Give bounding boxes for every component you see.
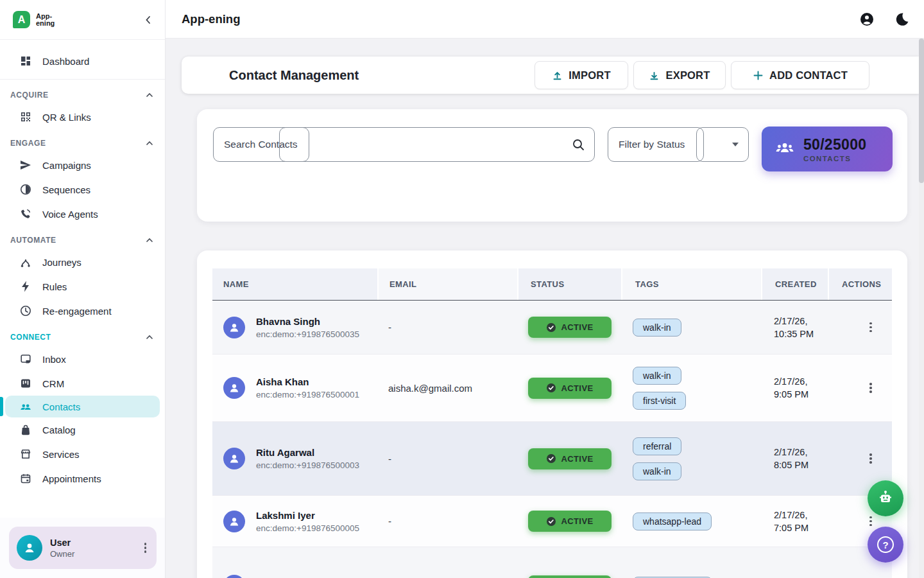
status-filter-select[interactable]: Filter by Status xyxy=(608,127,749,162)
sidebar-item-label: Rules xyxy=(42,281,67,292)
contact-email: - xyxy=(377,453,517,464)
row-actions-dots-icon[interactable] xyxy=(850,379,892,397)
contact-phone: enc:demo:+919876500005 xyxy=(256,523,359,533)
sidebar-item-rules[interactable]: Rules xyxy=(0,274,165,299)
user-avatar xyxy=(17,535,42,561)
sidebar-item-catalog[interactable]: Catalog xyxy=(0,417,165,442)
app-title: App-ening xyxy=(182,12,839,26)
column-header-email: EMAIL xyxy=(377,268,517,300)
sidebar-item-label: Contacts xyxy=(42,401,80,412)
avatar xyxy=(223,511,245,532)
lightning-icon xyxy=(19,280,32,293)
sidebar-item-qr-links[interactable]: QR & Links xyxy=(0,105,165,129)
tag-chip: walk-in xyxy=(633,462,681,480)
row-actions-dots-icon[interactable] xyxy=(850,450,892,468)
storefront-icon xyxy=(19,448,32,460)
scrollbar-thumb[interactable] xyxy=(919,39,924,183)
search-field[interactable] xyxy=(213,127,595,162)
search-input[interactable] xyxy=(213,127,595,162)
sidebar-item-inbox[interactable]: Inbox xyxy=(0,347,165,371)
sidebar-item-appointments[interactable]: Appointments xyxy=(0,466,165,491)
sidebar-item-re-engagement[interactable]: Re-engagement xyxy=(0,299,165,323)
download-icon xyxy=(649,70,660,81)
sidebar-item-label: Campaigns xyxy=(42,160,91,171)
status-badge[interactable]: ACTIVE xyxy=(528,378,612,399)
user-menu-dots-icon[interactable] xyxy=(141,539,151,557)
table-row: Jyoti Rawat ACTIVE campaign-lead 2/17/26… xyxy=(212,547,892,578)
dark-mode-moon-icon[interactable] xyxy=(894,12,909,26)
chevron-up-icon xyxy=(146,139,153,147)
export-button[interactable]: EXPORT xyxy=(633,61,726,89)
check-circle-icon xyxy=(546,453,556,464)
shopping-bag-icon xyxy=(19,423,32,436)
contact-count-caption: CONTACTS xyxy=(803,155,866,162)
status-badge[interactable]: ACTIVE xyxy=(528,511,612,532)
sidebar-item-dashboard[interactable]: Dashboard xyxy=(0,49,165,73)
qr-code-icon xyxy=(19,110,32,123)
table-row: Lakshmi Iyer enc:demo:+919876500005 - AC… xyxy=(212,496,892,547)
contacts-group-icon xyxy=(774,140,795,158)
send-icon xyxy=(19,159,32,171)
sidebar-item-crm[interactable]: CRM xyxy=(0,371,165,396)
tag-chip: first-visit xyxy=(633,392,686,410)
contact-count-badge: 50/25000 CONTACTS xyxy=(762,127,893,171)
add-contact-button[interactable]: ADD CONTACT xyxy=(731,61,869,89)
content: Contact Management IMPORT EXPORT ADD CON… xyxy=(166,39,924,578)
sidebar-item-label: Sequences xyxy=(42,184,90,195)
sidebar-item-journeys[interactable]: Journeys xyxy=(0,250,165,274)
sidebar-item-label: Inbox xyxy=(42,354,66,365)
avatar xyxy=(223,448,245,469)
contact-phone: enc:demo:+919876500001 xyxy=(256,390,359,399)
account-icon[interactable] xyxy=(860,12,874,26)
contact-name: Ritu Agarwal xyxy=(256,447,359,458)
column-header-actions: ACTIONS xyxy=(828,268,892,300)
sidebar-collapse-icon[interactable] xyxy=(143,15,153,25)
question-mark-icon: ? xyxy=(877,536,894,553)
table-row: Bhavna Singh enc:demo:+919876500035 - AC… xyxy=(212,301,892,355)
status-badge[interactable]: ACTIVE xyxy=(528,317,612,338)
route-icon xyxy=(19,256,32,268)
scrollbar-track[interactable] xyxy=(919,39,924,578)
sidebar-item-sequences[interactable]: Sequences xyxy=(0,177,165,202)
sidebar-item-services[interactable]: Services xyxy=(0,442,165,466)
contact-phone: enc:demo:+919876500003 xyxy=(256,460,359,470)
logo-row: A App-ening xyxy=(0,0,165,40)
contact-name: Lakshmi Iyer xyxy=(256,510,359,521)
sidebar-item-contacts[interactable]: Contacts xyxy=(5,396,160,417)
page-title: Contact Management xyxy=(229,68,359,83)
sidebar-item-campaigns[interactable]: Campaigns xyxy=(0,153,165,177)
contact-count-value: 50/25000 xyxy=(803,136,866,153)
phone-icon xyxy=(19,207,32,220)
calendar-icon xyxy=(19,472,32,485)
tag-chip: walk-in xyxy=(633,367,681,385)
section-automate[interactable]: AUTOMATE xyxy=(0,231,165,250)
section-engage[interactable]: ENGAGE xyxy=(0,134,165,153)
table-row: Aisha Khan enc:demo:+919876500001 aisha.… xyxy=(212,355,892,422)
user-role: Owner xyxy=(50,549,141,559)
sidebar-item-label: QR & Links xyxy=(42,112,91,123)
help-fab-button[interactable]: ? xyxy=(868,527,903,563)
contacts-people-icon xyxy=(19,400,32,413)
filter-panel: Filter by Status 50/25000 CONTACTS xyxy=(197,109,907,222)
chevron-up-icon xyxy=(146,91,153,99)
status-badge[interactable]: ACTIVE xyxy=(528,448,612,469)
upload-icon xyxy=(552,70,563,81)
import-button[interactable]: IMPORT xyxy=(535,61,628,89)
chatbot-fab-button[interactable] xyxy=(868,480,903,516)
row-actions-dots-icon[interactable] xyxy=(850,319,892,337)
created-at: 2/17/26,8:05 PM xyxy=(761,446,828,471)
sidebar-item-voice-agents[interactable]: Voice Agents xyxy=(0,202,165,226)
search-icon xyxy=(572,138,585,154)
dropdown-arrow-icon xyxy=(732,143,739,146)
column-header-name: NAME xyxy=(212,268,377,300)
tag-chip: walk-in xyxy=(633,319,681,337)
section-acquire[interactable]: ACQUIRE xyxy=(0,85,165,105)
tag-chip: whatsapp-lead xyxy=(633,512,712,530)
status-badge[interactable]: ACTIVE xyxy=(528,575,612,578)
status-filter-label: Filter by Status xyxy=(619,127,685,162)
section-connect[interactable]: CONNECT xyxy=(0,328,165,347)
contact-name: Bhavna Singh xyxy=(256,316,359,327)
contacts-table: NAME EMAIL STATUS TAGS CREATED ACTIONS B… xyxy=(212,268,892,578)
column-header-status: STATUS xyxy=(517,268,621,300)
sidebar-footer: User Owner xyxy=(0,518,165,578)
